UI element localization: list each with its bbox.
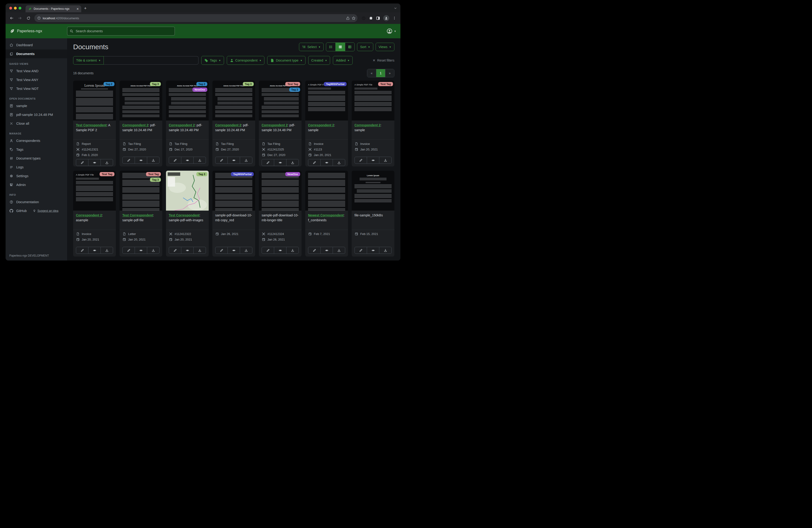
side-panel-icon[interactable] xyxy=(376,16,380,20)
select-button[interactable]: Select▼ xyxy=(299,43,323,51)
card-preview[interactable]: Test TagTag 3 xyxy=(119,171,162,211)
view-mode-list[interactable] xyxy=(326,43,335,51)
view-button[interactable] xyxy=(228,247,240,254)
tag-badge[interactable]: Test Tag xyxy=(100,172,114,176)
new-tab-button[interactable]: + xyxy=(81,6,90,12)
bookmark-star-icon[interactable] xyxy=(352,16,356,20)
document-card[interactable]: Lorem Ipsum Tag 2 Test Correspondent: A … xyxy=(73,81,116,167)
sidebar-item-documents[interactable]: Documents xyxy=(5,49,67,58)
download-button[interactable] xyxy=(379,157,391,163)
document-card[interactable]: Adobe Acrobat PDF Files Tag 3 Correspond… xyxy=(213,81,255,167)
tag-badge[interactable]: Tag 3 xyxy=(150,177,161,182)
card-correspondent-link[interactable]: Correspondent 2 xyxy=(262,123,288,127)
sort-button[interactable]: Sort▼ xyxy=(357,43,373,51)
download-button[interactable] xyxy=(333,159,345,166)
filter-created-button[interactable]: Created▼ xyxy=(308,56,330,65)
edit-button[interactable] xyxy=(169,247,181,254)
document-card[interactable]: Lorem ipsum file-sample_150kBs Feb 15, 2… xyxy=(352,171,394,257)
extensions-puzzle-icon[interactable] xyxy=(369,16,373,20)
tag-badge[interactable]: TagWithPartial xyxy=(324,82,347,86)
document-card[interactable]: A Simple PDF File TagWithPartial Corresp… xyxy=(305,81,348,167)
card-preview[interactable]: Lorem ipsum xyxy=(352,171,394,211)
views-button[interactable]: Views▼ xyxy=(376,43,394,51)
edit-button[interactable] xyxy=(76,159,88,166)
search-input[interactable] xyxy=(75,29,172,33)
card-preview[interactable]: Adobe Acrobat PDF Files Test TagTag 2 xyxy=(259,81,302,120)
download-button[interactable] xyxy=(379,247,391,254)
card-preview[interactable]: A Simple PDF File Test Tag xyxy=(73,171,116,211)
suggest-idea-link[interactable]: Suggest an idea xyxy=(33,209,58,212)
card-preview[interactable]: Tag 3 xyxy=(166,171,209,211)
filter-correspondent-button[interactable]: Correspondent▼ xyxy=(227,56,265,65)
forward-button[interactable] xyxy=(16,14,24,22)
filter-added-button[interactable]: Added▼ xyxy=(333,56,353,65)
view-button[interactable] xyxy=(135,157,147,163)
document-card[interactable]: A Simple PDF File Test Tag Correspondent… xyxy=(352,81,394,167)
tag-badge[interactable]: Tag 2 xyxy=(289,87,300,92)
download-button[interactable] xyxy=(101,247,113,254)
tag-badge[interactable]: NewOne xyxy=(192,87,207,92)
filter-field-selector[interactable]: Title & content▼ xyxy=(73,56,104,65)
tag-badge[interactable]: TagWithPartial xyxy=(231,172,254,176)
view-button[interactable] xyxy=(88,247,101,254)
sidebar-item-test-view-and[interactable]: Test View AND xyxy=(5,67,67,75)
address-bar[interactable]: localhost:4200/documents xyxy=(34,14,358,22)
browser-menu-dots-icon[interactable] xyxy=(393,16,396,20)
tag-badge[interactable]: Test Tag xyxy=(146,172,161,176)
card-correspondent-link[interactable]: Test Correspondent xyxy=(122,213,153,217)
card-preview[interactable]: Adobe Acrobat PDF Files Tag 3 xyxy=(119,81,162,120)
download-button[interactable] xyxy=(193,157,206,163)
edit-button[interactable] xyxy=(355,247,367,254)
view-mode-grid[interactable] xyxy=(335,43,345,51)
download-button[interactable] xyxy=(147,157,159,163)
sidebar-item-pdf-sample-10-24-48-pm[interactable]: pdf-sample 10.24.48 PM xyxy=(5,110,67,119)
filter-text-input[interactable] xyxy=(104,56,199,65)
card-preview[interactable] xyxy=(305,171,348,211)
reset-filters-button[interactable]: ✕ Reset filters xyxy=(373,58,394,62)
view-button[interactable] xyxy=(367,157,379,163)
sidebar-item-github[interactable]: GitHubSuggest an idea xyxy=(5,206,67,215)
download-button[interactable] xyxy=(286,247,299,254)
edit-button[interactable] xyxy=(308,159,320,166)
sidebar-item-correspondents[interactable]: Correspondents xyxy=(5,136,67,145)
card-correspondent-link[interactable]: Correspondent 2 xyxy=(354,123,380,127)
document-card[interactable]: TagWithPartial sample-pdf-download-10-mb… xyxy=(213,171,255,257)
user-menu-caret-icon[interactable]: ▼ xyxy=(394,30,396,32)
view-button[interactable] xyxy=(181,247,193,254)
edit-button[interactable] xyxy=(122,157,135,163)
download-button[interactable] xyxy=(286,159,299,166)
card-correspondent-link[interactable]: Correspondent 2 xyxy=(308,123,334,127)
card-preview[interactable]: NewOne xyxy=(259,171,302,211)
view-button[interactable] xyxy=(367,247,379,254)
edit-button[interactable] xyxy=(215,157,228,163)
close-window-button[interactable] xyxy=(9,7,12,10)
card-preview[interactable]: A Simple PDF File TagWithPartial xyxy=(305,81,348,120)
view-button[interactable] xyxy=(181,157,193,163)
global-search[interactable] xyxy=(67,27,175,35)
back-button[interactable] xyxy=(8,14,15,22)
card-correspondent-link[interactable]: Correspondent 2 xyxy=(122,123,148,127)
card-correspondent-link[interactable]: Test Correspondent xyxy=(76,123,106,127)
view-button[interactable] xyxy=(320,159,333,166)
card-preview[interactable]: Adobe Acrobat PDF Files Tag 3 xyxy=(213,81,255,120)
tag-badge[interactable]: Tag 3 xyxy=(150,82,161,86)
tag-badge[interactable]: Tag 2 xyxy=(197,82,207,86)
site-info-icon[interactable] xyxy=(37,16,41,20)
document-card[interactable]: A Simple PDF File Test Tag Correspondent… xyxy=(73,171,116,257)
card-preview[interactable]: Adobe Acrobat PDF Files Tag 2NewOne xyxy=(166,81,209,120)
page-next-button[interactable]: » xyxy=(385,69,394,77)
sidebar-item-close-all[interactable]: Close all xyxy=(5,119,67,128)
tab-close-icon[interactable]: ✕ xyxy=(76,8,79,11)
tag-badge[interactable]: Tag 3 xyxy=(243,82,254,86)
download-button[interactable] xyxy=(333,247,345,254)
document-card[interactable]: Adobe Acrobat PDF Files Test TagTag 2 Co… xyxy=(259,81,302,167)
card-correspondent-link[interactable]: Correspondent 2 xyxy=(215,123,241,127)
page-current-button[interactable]: 1 xyxy=(376,69,385,77)
user-avatar-icon[interactable] xyxy=(387,28,393,34)
view-button[interactable] xyxy=(274,247,286,254)
edit-button[interactable] xyxy=(355,157,367,163)
app-brand[interactable]: Paperless-ngx xyxy=(10,29,67,34)
edit-button[interactable] xyxy=(76,247,88,254)
browser-profile-avatar[interactable] xyxy=(383,15,389,21)
share-icon[interactable] xyxy=(346,16,350,20)
